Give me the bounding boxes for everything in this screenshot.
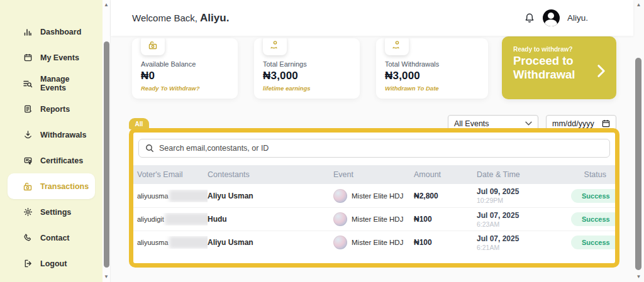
sidebar-scrollbar[interactable]: ▲ ▼: [103, 0, 111, 282]
stat-card-available-balance: Available Balance ₦0 Ready To Withdraw?: [132, 38, 238, 99]
user-avatar[interactable]: [543, 9, 560, 26]
cash-icon: [23, 182, 33, 192]
col-date-time: Date & Time: [477, 170, 571, 179]
event-cell: Mister Elite HDJ: [333, 236, 414, 249]
sidebar-item-label: Transactions: [40, 182, 89, 191]
certificate-icon: [23, 156, 33, 166]
event-avatar: [333, 189, 347, 203]
table-row[interactable]: aliyuusma Aliyu Usman Mister Elite HDJ ₦…: [133, 230, 615, 254]
amount-cell: ₦100: [414, 215, 477, 224]
event-avatar: [333, 236, 347, 249]
stat-value: ₦3,000: [263, 70, 351, 82]
app-window: Dashboard My Events Manage Events Report…: [0, 0, 644, 282]
sidebar-item-contact[interactable]: Contact: [8, 225, 95, 251]
event-filter-value: All Events: [454, 119, 489, 128]
scroll-up-icon[interactable]: ▲: [633, 2, 644, 8]
stat-sublabel: Withdrawn To Date: [385, 85, 479, 92]
stat-value: ₦3,000: [385, 70, 479, 82]
search-input[interactable]: [159, 144, 603, 153]
col-amount: Amount: [414, 170, 477, 179]
stat-card-total-withdrawals: Total Withdrawals ₦3,000 Withdrawn To Da…: [376, 38, 488, 99]
welcome-user-name: Aliyu.: [200, 12, 229, 24]
proceed-to-withdrawal-card[interactable]: Ready to withdraw? Proceed to Withdrawal: [502, 36, 616, 99]
main-area: Welcome Back, Aliyu. Aliyu. Available Ba…: [111, 0, 633, 282]
sidebar-item-logout[interactable]: Logout: [8, 251, 95, 276]
tab-all[interactable]: All: [129, 118, 149, 129]
scrollbar-thumb[interactable]: [635, 58, 641, 270]
scroll-down-icon[interactable]: ▼: [103, 274, 110, 280]
sidebar: Dashboard My Events Manage Events Report…: [0, 0, 103, 282]
table-header-row: Voter's Email Contestants Event Amount D…: [133, 165, 615, 184]
col-event: Event: [333, 170, 414, 179]
stat-sublabel: lifetime earnings: [263, 85, 351, 92]
user-name: Aliyu.: [567, 13, 588, 23]
sidebar-item-label: My Events: [40, 53, 79, 62]
chevron-down-icon: [525, 121, 532, 126]
event-avatar: [333, 212, 347, 226]
status-cell: Success: [571, 236, 619, 249]
date-filter-value: mm/dd/yyyy: [552, 119, 594, 128]
calendar-icon: [602, 119, 610, 127]
voter-email-cell: aliyuusma: [137, 190, 208, 202]
table-row[interactable]: aliyudigit Hudu Mister Elite HDJ ₦100 Ju…: [133, 207, 615, 230]
sidebar-item-label: Contact: [40, 234, 70, 242]
report-icon: [23, 104, 33, 114]
stat-label: Total Withdrawals: [385, 60, 479, 68]
redacted-email-blur: [169, 236, 208, 249]
col-contestants: Contestants: [208, 170, 333, 179]
sidebar-item-withdrawals[interactable]: Withdrawals: [8, 122, 95, 148]
table-row[interactable]: aliyuusma Aliyu Usman Mister Elite HDJ ₦…: [133, 184, 615, 207]
stat-value: ₦0: [141, 70, 229, 82]
sidebar-item-dashboard[interactable]: Dashboard: [8, 19, 95, 45]
stat-sublabel: Ready To Withdraw?: [141, 85, 229, 92]
search-bar[interactable]: [138, 139, 610, 158]
sidebar-item-manage-events[interactable]: Manage Events: [8, 70, 95, 96]
col-voters-email: Voter's Email: [137, 170, 208, 179]
scroll-down-icon[interactable]: ▼: [633, 274, 644, 280]
stat-card-total-earnings: Total Earnings ₦3,000 lifetime earnings: [254, 38, 360, 99]
amount-cell: ₦100: [414, 238, 477, 247]
contestant-cell: Hudu: [208, 215, 333, 224]
sidebar-item-my-events[interactable]: My Events: [8, 45, 95, 70]
gear-icon: [23, 207, 33, 217]
status-badge: Success: [571, 236, 619, 249]
date-time-cell: Jul 07, 20256:23AM: [477, 211, 571, 228]
sidebar-item-label: Logout: [40, 259, 67, 268]
sidebar-item-label: Dashboard: [40, 28, 81, 36]
status-cell: Success: [571, 212, 619, 226]
sidebar-item-label: Withdrawals: [40, 131, 87, 139]
stat-label: Available Balance: [141, 60, 229, 68]
hand-coin-icon: [385, 38, 409, 55]
withdraw-icon: [23, 130, 33, 140]
logout-icon: [23, 259, 33, 269]
dashboard-content: Available Balance ₦0 Ready To Withdraw? …: [111, 36, 633, 282]
stat-label: Total Earnings: [263, 60, 351, 68]
date-time-cell: Jul 07, 20256:21AM: [477, 234, 571, 251]
withdraw-eyebrow: Ready to withdraw?: [513, 46, 605, 53]
transactions-table: Voter's Email Contestants Event Amount D…: [133, 165, 615, 254]
sidebar-item-label: Manage Events: [40, 75, 95, 92]
phone-icon: [23, 233, 33, 243]
transactions-panel: Voter's Email Contestants Event Amount D…: [129, 128, 619, 268]
scrollbar-thumb[interactable]: [104, 41, 109, 268]
sidebar-item-transactions[interactable]: Transactions: [8, 173, 95, 199]
chevron-right-icon: [596, 64, 606, 80]
bar-chart-icon: [23, 27, 33, 37]
bell-icon[interactable]: [524, 13, 535, 24]
event-cell: Mister Elite HDJ: [333, 189, 414, 203]
redacted-email-blur: [169, 190, 208, 202]
hand-coin-icon: [263, 38, 287, 55]
sidebar-item-certificates[interactable]: Certificates: [8, 148, 95, 173]
search-icon: [145, 144, 154, 153]
sidebar-item-reports[interactable]: Reports: [8, 96, 95, 122]
event-cell: Mister Elite HDJ: [333, 212, 414, 226]
scroll-up-icon[interactable]: ▲: [103, 2, 110, 8]
status-cell: Success: [571, 189, 619, 203]
date-time-cell: Jul 09, 202510:29PM: [477, 187, 571, 204]
amount-cell: ₦2,800: [414, 192, 477, 200]
sidebar-item-settings[interactable]: Settings: [8, 199, 95, 225]
window-scrollbar[interactable]: ▲ ▼: [633, 0, 644, 282]
col-status: Status: [571, 170, 606, 179]
contestant-cell: Aliyu Usman: [208, 192, 333, 200]
sidebar-item-label: Reports: [40, 105, 70, 114]
